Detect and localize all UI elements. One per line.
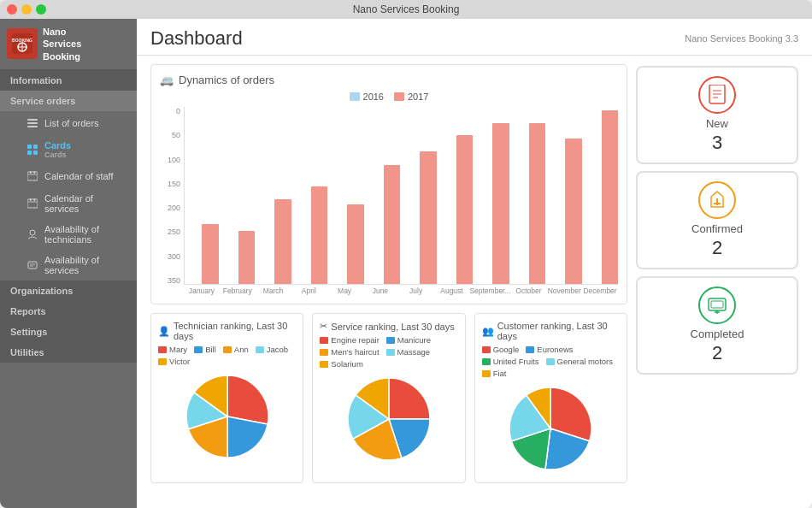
sidebar-item-service-orders-cards[interactable]: Cards Cards xyxy=(0,135,137,164)
pie-legend-dot xyxy=(482,358,491,365)
cust-pie-svg xyxy=(499,381,602,476)
pie-legend-label: Manicure xyxy=(397,335,431,345)
pie-legend-label: Fiat xyxy=(493,369,507,378)
confirmed-label: Confirmed xyxy=(691,222,743,235)
new-icon xyxy=(698,76,736,114)
stat-card-completed: Completed 2 xyxy=(636,276,798,375)
version-label: Nano Services Booking 3.3 xyxy=(685,33,798,44)
svg-rect-5 xyxy=(27,119,38,121)
sidebar-label-information: Information xyxy=(10,75,62,86)
pie-legend-item: Ann xyxy=(223,345,249,354)
sidebar-item-organizations[interactable]: Organizations xyxy=(0,281,137,301)
bar-group xyxy=(330,107,364,284)
orders-icon: 🚐 xyxy=(160,74,174,86)
confirmed-icon xyxy=(698,181,736,219)
stat-card-confirmed: Confirmed 2 xyxy=(636,171,798,269)
confirmed-value: 2 xyxy=(712,237,722,259)
scissors-icon: ✂ xyxy=(320,321,327,332)
bars-area xyxy=(184,107,618,285)
x-label: October xyxy=(511,285,547,295)
service-pie xyxy=(320,372,457,466)
main-content: 🚐 Dynamics of orders 2016 2017 xyxy=(137,56,812,508)
bar-2017 xyxy=(347,204,363,284)
technician-chart: 👤 Technician ranking, Last 30 days MaryB… xyxy=(150,313,303,483)
bar-2017 xyxy=(492,123,509,284)
main-area: Dashboard Nano Services Booking 3.3 🚐 Dy… xyxy=(137,19,812,508)
sidebar-item-avail-tech[interactable]: Availability of technicians xyxy=(0,219,137,250)
close-button[interactable] xyxy=(7,4,17,15)
x-label: August xyxy=(434,285,470,295)
bar-group xyxy=(585,107,619,284)
service-chart: ✂ Service ranking, Last 30 days Engine r… xyxy=(312,313,465,483)
svg-rect-8 xyxy=(27,145,32,149)
pie-legend-dot xyxy=(482,346,491,353)
sidebar-item-cal-staff[interactable]: Calendar of staff xyxy=(0,164,137,188)
pie-legend-dot xyxy=(526,346,534,353)
calendar-services-icon xyxy=(26,197,39,210)
pie-legend-item: Bill xyxy=(194,345,216,354)
bar-2017 xyxy=(384,165,400,284)
svg-point-20 xyxy=(30,230,35,235)
cards-icon xyxy=(26,143,39,157)
stats-panel: New 3 Confirmed 2 Comple xyxy=(636,64,798,499)
svg-rect-19 xyxy=(34,198,36,201)
sidebar-label-so-cards: Cards xyxy=(44,140,71,151)
svg-rect-14 xyxy=(30,171,32,174)
app-window: Nano Services Booking BOOKING NanoServic… xyxy=(0,0,812,508)
sidebar-label-utilities: Utilities xyxy=(10,347,44,357)
pie-legend-dot xyxy=(386,337,395,344)
svg-rect-21 xyxy=(28,262,37,269)
app-body: BOOKING NanoServicesBooking Information … xyxy=(0,19,812,508)
svg-rect-12 xyxy=(27,172,38,180)
sidebar-item-utilities[interactable]: Utilities xyxy=(0,342,137,363)
bar-group xyxy=(439,107,474,284)
pie-legend-dot xyxy=(158,358,167,365)
bar-2017 xyxy=(456,135,473,284)
minimize-button[interactable] xyxy=(21,4,32,15)
sidebar-item-cal-services[interactable]: Calendar of services xyxy=(0,188,137,219)
svg-rect-9 xyxy=(33,145,38,149)
sidebar-label-cal-staff: Calendar of staff xyxy=(44,171,114,181)
titlebar: Nano Services Booking xyxy=(0,0,812,19)
sidebar-item-list-orders[interactable]: List of orders xyxy=(0,111,137,135)
svg-rect-7 xyxy=(27,126,38,127)
sidebar-item-information[interactable]: Information xyxy=(0,70,137,91)
legend-dot-2017 xyxy=(394,92,404,101)
svg-rect-11 xyxy=(33,151,38,155)
bar-group xyxy=(221,107,256,284)
pie-legend-item: Jacob xyxy=(256,345,288,354)
customer-legend: GoogleEuronewsUnited FruitsGeneral motor… xyxy=(482,345,620,378)
x-label: July xyxy=(398,285,434,295)
pie-legend-item: Manicure xyxy=(386,335,431,345)
x-label: January xyxy=(184,285,220,295)
pie-legend-label: Mary xyxy=(169,345,187,354)
pie-legend-label: Solarium xyxy=(331,359,363,369)
svg-text:BOOKING: BOOKING xyxy=(12,38,32,43)
sidebar-item-service-orders[interactable]: Service orders xyxy=(0,91,137,111)
pie-slice xyxy=(227,416,268,458)
bar-2017 xyxy=(529,123,545,284)
sidebar-item-reports[interactable]: Reports xyxy=(0,301,137,322)
svg-rect-15 xyxy=(34,171,36,174)
x-label: March xyxy=(256,285,291,295)
pie-legend-item: Solarium xyxy=(320,359,363,369)
pie-legend-item: General motors xyxy=(546,357,613,366)
sidebar-item-avail-services[interactable]: Availability of services xyxy=(0,250,137,281)
sidebar-item-settings[interactable]: Settings xyxy=(0,322,137,342)
x-label: December xyxy=(582,285,618,295)
pie-legend-item: Victor xyxy=(158,357,190,366)
avail-tech-icon xyxy=(26,227,39,241)
bar-2017 xyxy=(274,199,291,284)
bar-group xyxy=(512,107,546,284)
pie-legend-item: Engine repair xyxy=(320,335,380,345)
pie-legend-label: Euronews xyxy=(537,345,573,354)
sidebar-label-reports: Reports xyxy=(10,306,46,316)
pie-legend-label: Ann xyxy=(234,345,249,354)
bar-group xyxy=(185,107,219,284)
maximize-button[interactable] xyxy=(36,4,46,15)
completed-label: Completed xyxy=(691,328,744,340)
bar-group xyxy=(367,107,401,284)
pie-legend-label: Men's haircut xyxy=(331,347,379,357)
pie-legend-label: Google xyxy=(493,345,520,354)
legend-dot-2016 xyxy=(350,92,360,101)
